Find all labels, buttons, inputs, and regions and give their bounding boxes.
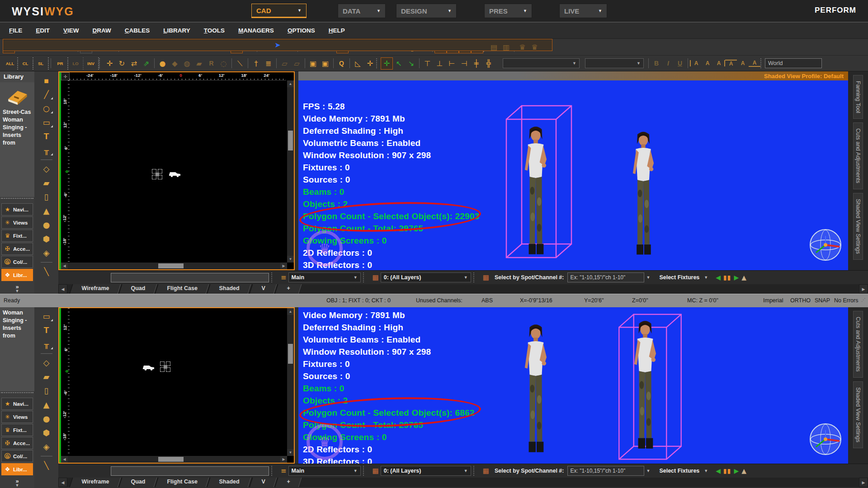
vertical-scrollbar[interactable]: ▲ ▼ xyxy=(287,308,294,456)
scene-dropdown[interactable]: Main▼ xyxy=(288,466,361,476)
menu-item[interactable]: VIEW xyxy=(63,27,79,34)
status-snap-toggle[interactable]: SNAP xyxy=(815,297,830,304)
scale-tool-icon[interactable]: ⇗ xyxy=(140,57,152,70)
vertical-tab[interactable]: Shaded View Settings xyxy=(853,381,863,448)
flow-arrow-icon[interactable]: ➤ xyxy=(3,39,552,51)
menu-item[interactable]: HELP xyxy=(329,27,345,34)
scrollbar-thumb[interactable] xyxy=(288,344,293,364)
sidebar-button-fixtures[interactable]: ♛Fixt... xyxy=(1,424,33,436)
select-clear-button[interactable]: CL xyxy=(18,57,33,70)
font-size-dropdown[interactable]: ▼ xyxy=(585,58,644,68)
scroll-right-icon[interactable]: ▶ xyxy=(280,263,287,269)
view-tab[interactable]: Quad xyxy=(119,284,157,294)
fixture-placeholder-icon[interactable] xyxy=(160,361,171,372)
tab-scroll-right-icon[interactable]: ▶ xyxy=(859,284,868,294)
performer-model[interactable] xyxy=(512,323,560,455)
separator[interactable] xyxy=(230,57,234,70)
align-text-right-icon[interactable]: A xyxy=(713,60,725,66)
tab-scroll-left-icon[interactable]: ◀ xyxy=(58,478,67,487)
mode-tab-data[interactable]: DATA▼ xyxy=(338,4,386,18)
pause-bars-icon[interactable]: ▮▮ xyxy=(723,274,731,281)
distribute-icon[interactable]: ╬ xyxy=(482,57,495,70)
scroll-right-icon[interactable]: ▶ xyxy=(280,456,287,463)
sidebar-expand-button[interactable]: »▼ xyxy=(0,282,34,294)
fixture-placeholder-icon[interactable] xyxy=(152,169,163,180)
bring-front-icon[interactable]: ▣ xyxy=(307,57,319,70)
pause-bars-icon[interactable]: ▮▮ xyxy=(723,467,731,474)
divider[interactable] xyxy=(39,454,54,458)
rotate-tool-icon[interactable]: ↻ xyxy=(116,57,128,70)
align-venue-icon[interactable]: ↖ xyxy=(393,57,405,70)
ungroup-icon[interactable]: ▱ xyxy=(291,57,303,70)
separator[interactable] xyxy=(274,57,278,70)
slab-object-tool[interactable]: ▰ xyxy=(39,176,54,190)
mode-tab-cad[interactable]: CAD▼ xyxy=(251,4,307,18)
text-tool[interactable]: T xyxy=(39,323,54,337)
view-tab[interactable]: V xyxy=(249,478,277,487)
menu-item[interactable]: LIBRARY xyxy=(163,27,190,34)
view-tab[interactable]: Shaded xyxy=(207,284,251,294)
library-object-tool[interactable]: ◈ xyxy=(39,246,54,260)
zoom-dynamic-icon[interactable]: Q xyxy=(335,57,348,70)
select-fixtures-dropdown[interactable]: Select Fixtures▼ xyxy=(656,466,711,476)
select-fixtures-dropdown[interactable]: Select Fixtures▼ xyxy=(656,272,711,282)
separator[interactable] xyxy=(152,57,156,70)
scrollbar-thumb[interactable] xyxy=(158,263,184,268)
menu-item[interactable]: FILE xyxy=(9,27,22,34)
align-bottom-icon[interactable]: ⊥ xyxy=(434,57,446,70)
align-text-left-icon[interactable]: A xyxy=(690,60,702,66)
menu-item[interactable]: TOOLS xyxy=(204,27,225,34)
align-text-bottom-icon[interactable]: A xyxy=(749,60,760,67)
goblet-icon[interactable]: ♛ xyxy=(516,41,528,53)
hole-icon[interactable]: ◌ xyxy=(217,57,230,70)
sidebar-button-navigation[interactable]: ★Navi... xyxy=(1,203,33,216)
separator[interactable] xyxy=(99,58,104,68)
block-object-tool[interactable]: ⬢ xyxy=(39,232,54,246)
line-tool[interactable]: ╱ xyxy=(39,87,54,101)
align-left-icon[interactable]: ⊢ xyxy=(446,57,458,70)
cone-marker-icon[interactable]: ▲ xyxy=(741,274,746,281)
separator[interactable] xyxy=(417,57,421,70)
view-tab[interactable]: Wireframe xyxy=(70,478,121,487)
font-name-dropdown[interactable]: ▼ xyxy=(503,58,580,68)
horizontal-scrollbar[interactable]: ◀ ▶ xyxy=(61,456,287,463)
sphere-object-tool[interactable]: ● xyxy=(39,218,54,232)
resize-grip-icon[interactable]: ⋰ xyxy=(861,297,866,302)
truss-structure-tool[interactable]: ╥ xyxy=(39,143,54,157)
view-tab[interactable]: Wireframe xyxy=(70,284,121,294)
orientation-globe[interactable] xyxy=(807,227,844,263)
wireframe-viewport[interactable]: ✛ -24'-18'-12'-6'06'12'18'24' 18'12'6'0-… xyxy=(58,71,295,270)
tab-scroll-left-icon[interactable]: ◀ xyxy=(58,284,67,294)
scroll-down-icon[interactable]: ▼ xyxy=(287,256,294,263)
tab-scroll-right-icon[interactable]: ▶ xyxy=(859,478,868,487)
view-tab[interactable]: Flight Case xyxy=(155,284,209,294)
origin-icon[interactable]: ✛ xyxy=(364,57,376,70)
move-tool-icon[interactable]: ✛ xyxy=(104,57,116,70)
sidebar-button-navigation[interactable]: ★Navi... xyxy=(1,398,33,410)
sidebar-button-colours[interactable]: ⒼCol/... xyxy=(1,256,33,268)
mode-tab-design[interactable]: DESIGN▼ xyxy=(396,4,457,18)
scroll-up-icon[interactable]: ▲ xyxy=(287,80,294,87)
world-coordinates-input[interactable] xyxy=(765,58,822,68)
measure-tool[interactable]: ╲ xyxy=(39,264,54,278)
measure-tool[interactable]: ╲ xyxy=(39,458,54,472)
select-locked-button[interactable]: LO xyxy=(68,57,84,70)
italic-button[interactable]: I xyxy=(662,60,674,67)
horizontal-scrollbar[interactable]: ◀ ▶ xyxy=(61,263,287,269)
scroll-up-icon[interactable]: ▲ xyxy=(287,308,294,315)
circle-tool[interactable]: ○ xyxy=(39,101,54,115)
sidebar-button-views[interactable]: ✳Views xyxy=(1,216,33,229)
point-tool[interactable]: ▪ xyxy=(39,73,54,87)
rock-shape-icon[interactable]: ◆ xyxy=(169,57,181,70)
separator[interactable] xyxy=(303,57,307,70)
menu-item[interactable]: CABLES xyxy=(125,27,150,34)
plane-object-tool[interactable]: ◇ xyxy=(39,356,54,370)
menu-item[interactable]: EDIT xyxy=(36,27,50,34)
select-previous-button[interactable]: PR xyxy=(53,57,68,70)
sidebar-button-library[interactable]: ❖Libr... xyxy=(1,463,33,475)
status-abs[interactable]: ABS xyxy=(481,297,493,304)
egg-shape-icon[interactable]: ● xyxy=(156,57,169,70)
sidebar-button-fixtures[interactable]: ♛Fixt... xyxy=(1,230,33,242)
rows-dim-icon[interactable]: ▤ xyxy=(488,41,500,53)
spot-channel-input[interactable] xyxy=(567,272,644,282)
